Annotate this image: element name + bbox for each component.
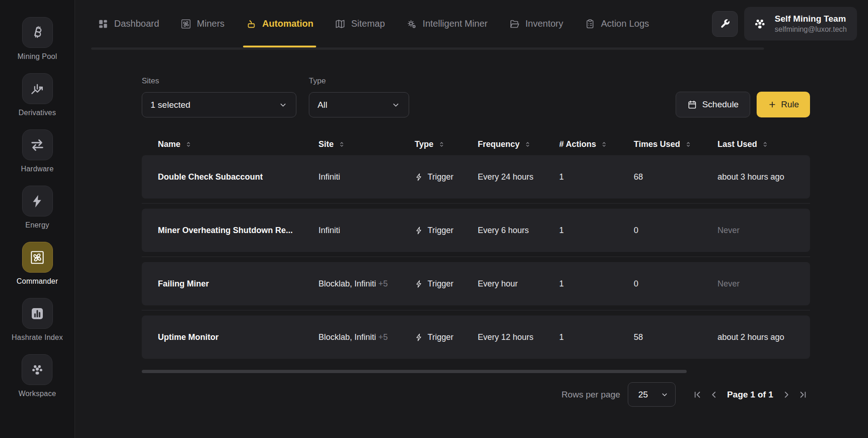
rule-frequency: Every hour [478, 279, 559, 289]
last-page-button[interactable] [796, 388, 810, 402]
lightning-bolt-icon [415, 226, 423, 235]
sort-icon [761, 140, 769, 148]
type-select[interactable]: All [309, 92, 409, 117]
rule-site: Infiniti [318, 226, 415, 235]
rule-times-used: 68 [634, 172, 718, 182]
column-header-times-used[interactable]: Times Used [634, 140, 718, 149]
table-header-row: Name Site Type Frequency # Actions Times… [142, 133, 810, 155]
rows-per-page-select[interactable]: 25 [628, 382, 676, 407]
tab-label: Intelligent Miner [422, 18, 487, 29]
rule-name: Uptime Monitor [158, 333, 318, 342]
table-row[interactable]: Failing Miner Blocklab, Infiniti +5 Trig… [142, 262, 810, 305]
filters-row: Sites 1 selected Type All Schedule [142, 76, 810, 117]
rule-name: Double Check Subaccount [158, 172, 318, 182]
people-icon [752, 17, 767, 31]
rule-actions-count: 1 [559, 279, 634, 289]
column-header-site[interactable]: Site [318, 140, 415, 149]
sites-filter: Sites 1 selected [142, 76, 296, 117]
rule-actions-count: 1 [559, 226, 634, 235]
table-horizontal-scrollbar[interactable] [142, 370, 687, 373]
sidebar-item-hashrate-index[interactable]: Hashrate Index [12, 298, 63, 342]
row-separator [142, 310, 810, 310]
sidebar-item-label: Hashrate Index [12, 333, 63, 342]
clipboard-icon [584, 18, 596, 29]
dashboard-grid-icon [98, 18, 109, 29]
tab-sitemap[interactable]: Sitemap [335, 0, 385, 47]
pagination-bar: Rows per page 25 Page 1 of 1 [142, 382, 810, 407]
team-email: selfmining@luxor.tech [775, 25, 847, 34]
chevron-down-icon [391, 100, 400, 110]
fan-icon [22, 242, 53, 273]
trend-chart-icon [22, 73, 53, 104]
tab-miners[interactable]: Miners [180, 0, 225, 47]
chevron-down-icon [660, 391, 669, 399]
settings-wrench-button[interactable] [712, 11, 738, 37]
rule-last-used: Never [718, 226, 810, 235]
column-header-name[interactable]: Name [158, 140, 318, 149]
tab-label: Miners [197, 18, 225, 29]
tab-label: Inventory [526, 18, 563, 29]
sites-select[interactable]: 1 selected [142, 92, 296, 117]
sidebar-item-hardware[interactable]: Hardware [21, 129, 54, 173]
sort-icon [524, 140, 532, 148]
sidebar-item-label: Workspace [18, 390, 56, 398]
first-page-button[interactable] [690, 388, 704, 402]
sidebar-item-label: Commander [17, 277, 58, 286]
top-nav: Dashboard Miners Automation Sitemap Inte… [75, 0, 868, 47]
table-row[interactable]: Double Check Subaccount Infiniti Trigger… [142, 155, 810, 199]
chevron-right-icon [781, 390, 792, 400]
tabs-horizontal-scrollbar[interactable] [91, 47, 764, 50]
next-page-button[interactable] [780, 388, 793, 402]
column-header-frequency[interactable]: Frequency [478, 140, 559, 149]
sidebar-item-workspace[interactable]: Workspace [18, 354, 56, 398]
wrench-icon [720, 18, 730, 29]
sort-icon [684, 140, 692, 148]
site-extra-count: +5 [378, 279, 388, 288]
column-header-actions[interactable]: # Actions [559, 140, 634, 149]
rule-name: Failing Miner [158, 279, 318, 289]
tab-dashboard[interactable]: Dashboard [98, 0, 159, 47]
tab-label: Sitemap [351, 18, 385, 29]
table-row[interactable]: Uptime Monitor Blocklab, Infiniti +5 Tri… [142, 315, 810, 359]
nav-tabs: Dashboard Miners Automation Sitemap Inte… [98, 0, 649, 47]
sidebar-item-derivatives[interactable]: Derivatives [18, 73, 56, 117]
tab-intelligent-miner[interactable]: Intelligent Miner [406, 0, 487, 47]
automation-content: Sites 1 selected Type All Schedule [75, 47, 868, 438]
table-row[interactable]: Miner Overheating Shutdown Re... Infinit… [142, 209, 810, 252]
rule-frequency: Every 6 hours [478, 226, 559, 235]
rule-times-used: 0 [634, 226, 718, 235]
chevron-down-icon [278, 100, 288, 110]
rule-last-used: about 2 hours ago [718, 333, 810, 342]
add-rule-button[interactable]: Rule [757, 92, 810, 117]
plus-icon [768, 100, 777, 109]
column-header-last-used[interactable]: Last Used [718, 140, 810, 149]
column-header-type[interactable]: Type [415, 140, 478, 149]
previous-page-button[interactable] [707, 388, 721, 402]
sidebar-item-mining-pool[interactable]: Mining Pool [17, 17, 57, 61]
sort-icon [185, 140, 192, 148]
folder-icon [509, 18, 520, 29]
lightning-bolt-icon [415, 173, 423, 181]
row-separator [142, 203, 810, 204]
lightning-icon [22, 186, 53, 216]
sort-icon [438, 140, 446, 148]
sidebar-item-commander[interactable]: Commander [17, 242, 58, 286]
sort-icon [600, 140, 608, 148]
team-account-chip[interactable]: Self Mining Team selfmining@luxor.tech [744, 7, 857, 41]
sidebar-item-label: Mining Pool [17, 53, 57, 61]
lightning-bolt-icon [415, 280, 423, 288]
sidebar-item-energy[interactable]: Energy [22, 186, 53, 229]
add-rule-button-label: Rule [781, 99, 799, 110]
chevron-left-icon [709, 390, 719, 400]
schedule-button[interactable]: Schedule [676, 92, 750, 117]
tab-automation[interactable]: Automation [246, 0, 313, 47]
site-extra-count: +5 [378, 333, 388, 342]
rule-times-used: 0 [634, 279, 718, 289]
lightning-bolt-icon [415, 333, 423, 342]
gear-bot-icon [406, 18, 417, 29]
rule-last-used: about 3 hours ago [718, 172, 810, 182]
tab-action-logs[interactable]: Action Logs [584, 0, 649, 47]
sidebar: Mining Pool Derivatives Hardware Energy … [0, 0, 75, 438]
rule-frequency: Every 12 hours [478, 333, 559, 342]
tab-inventory[interactable]: Inventory [509, 0, 563, 47]
